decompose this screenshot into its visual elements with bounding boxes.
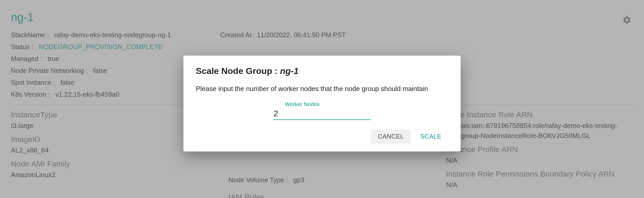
worker-nodes-label: Worker Nodes [285,101,320,107]
modal-title: Scale Node Group : ng-1 [196,66,448,76]
modal-overlay[interactable]: Scale Node Group : ng-1 Please input the… [0,0,644,198]
worker-nodes-input[interactable] [273,108,371,120]
scale-button[interactable]: SCALE [414,129,448,144]
scale-node-group-modal: Scale Node Group : ng-1 Please input the… [183,56,461,151]
modal-title-prefix: Scale Node Group : [196,66,280,76]
cancel-button[interactable]: CANCEL [371,129,410,144]
modal-description: Please input the number of worker nodes … [196,85,448,93]
modal-actions: CANCEL SCALE [196,129,448,144]
modal-title-name: ng-1 [280,66,299,76]
